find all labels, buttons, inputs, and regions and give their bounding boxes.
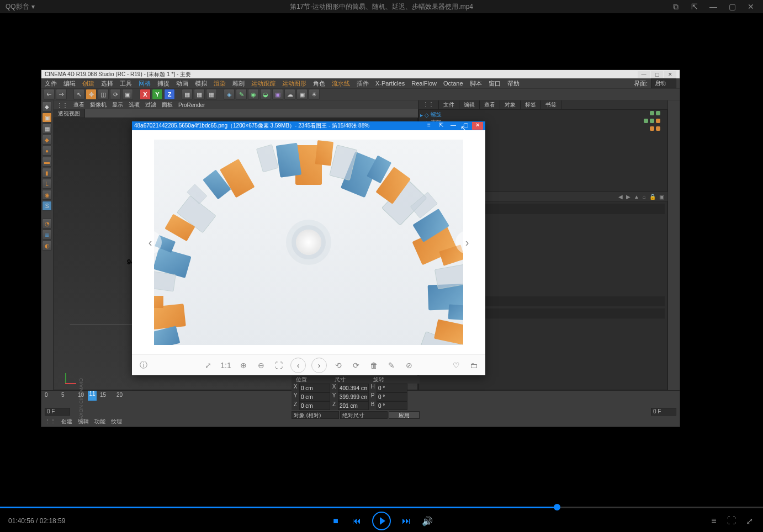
render-view-button[interactable]: ▦ bbox=[182, 89, 193, 100]
iv-min-button[interactable]: — bbox=[448, 122, 459, 130]
c4d-max-button[interactable]: ▢ bbox=[651, 71, 663, 78]
iv-nav-prev[interactable]: ‹ bbox=[290, 358, 306, 373]
layer-icon[interactable]: ≣ bbox=[42, 230, 52, 240]
frame-end[interactable]: 0 F bbox=[651, 408, 676, 416]
z-axis-button[interactable]: Z bbox=[164, 89, 175, 100]
light-button[interactable]: ☀ bbox=[309, 89, 320, 100]
render-pv-button[interactable]: ▦ bbox=[194, 89, 205, 100]
obj-view[interactable]: 查看 bbox=[480, 100, 500, 109]
aspect-button[interactable]: ⛶ bbox=[726, 516, 737, 526]
vp-filter[interactable]: 过滤 bbox=[145, 101, 156, 109]
menu-mograph[interactable]: 运动图形 bbox=[282, 79, 306, 88]
layout-dropdown[interactable]: 启动 bbox=[651, 78, 676, 88]
pen-tool[interactable]: ✎ bbox=[236, 89, 247, 100]
obj-tags[interactable]: 标签 bbox=[521, 100, 541, 109]
maximize-button[interactable]: ▢ bbox=[725, 0, 739, 13]
rotate-tool[interactable]: ⟳ bbox=[110, 89, 121, 100]
redo-button[interactable] bbox=[56, 89, 67, 100]
obj-bookmark[interactable]: 书签 bbox=[541, 100, 561, 109]
pin-button[interactable]: ⇱ bbox=[688, 0, 701, 13]
progress-track[interactable] bbox=[0, 507, 763, 508]
iv-next-image[interactable]: › bbox=[455, 231, 479, 254]
fb-create[interactable]: 创建 bbox=[61, 418, 72, 425]
env-button[interactable]: ☁ bbox=[284, 89, 295, 100]
move-tool[interactable]: ✥ bbox=[86, 89, 97, 100]
volume-button[interactable]: 🔊 bbox=[422, 516, 433, 526]
vp-options[interactable]: 选项 bbox=[129, 101, 140, 109]
playlist-button[interactable]: ≡ bbox=[708, 516, 719, 526]
vp-prorender[interactable]: ProRender bbox=[178, 102, 205, 108]
close-button[interactable]: ✕ bbox=[744, 0, 757, 13]
menu-sim[interactable]: 模拟 bbox=[195, 79, 207, 88]
attr-home-icon[interactable]: ⌂ bbox=[643, 194, 646, 200]
player-app-name[interactable]: QQ影音 bbox=[6, 2, 29, 12]
coord-mode[interactable]: 对象 (相对) bbox=[292, 411, 339, 419]
stop-button[interactable]: ■ bbox=[330, 516, 341, 526]
menu-oct[interactable]: Octane bbox=[443, 80, 463, 87]
menu-script[interactable]: 脚本 bbox=[470, 79, 482, 88]
frame-start[interactable]: 0 F bbox=[45, 408, 70, 416]
bool-button[interactable]: ◒ bbox=[260, 89, 271, 100]
player-app-chevron-icon[interactable]: ▾ bbox=[31, 3, 35, 10]
menu-render[interactable]: 渲染 bbox=[214, 79, 226, 88]
x-axis-button[interactable]: X bbox=[140, 89, 151, 100]
undo-button[interactable] bbox=[44, 89, 55, 100]
image-viewer-title[interactable]: 48a67021442285.5650a4f1bdc65.png（1200×67… bbox=[132, 121, 485, 130]
next-button[interactable]: ⏭ bbox=[401, 516, 412, 526]
make-editable-icon[interactable]: ◆ bbox=[42, 102, 52, 111]
iv-zoomin-icon[interactable]: ⊕ bbox=[237, 361, 250, 370]
latest-tool[interactable]: ▣ bbox=[122, 89, 133, 100]
iv-fav-icon[interactable]: ♡ bbox=[450, 361, 462, 370]
y-axis-button[interactable]: Y bbox=[152, 89, 163, 100]
fullscreen-button[interactable]: ⤢ bbox=[744, 516, 755, 526]
iv-11-icon[interactable]: 1:1 bbox=[220, 361, 232, 370]
vp-tab[interactable]: 透视视图 bbox=[54, 109, 85, 118]
cam-button[interactable]: ▣ bbox=[296, 89, 308, 100]
menu-mesh[interactable]: 网格 bbox=[139, 79, 151, 88]
play-button[interactable] bbox=[372, 512, 391, 530]
c4d-titlebar[interactable]: CINEMA 4D R19.068 Studio (RC - R19) - [未… bbox=[41, 70, 680, 78]
axis-icon[interactable]: L bbox=[42, 179, 52, 189]
menu-sculpt[interactable]: 雕刻 bbox=[232, 79, 245, 88]
iv-fit-icon[interactable]: ⤢ bbox=[202, 361, 214, 370]
menu-motrack[interactable]: 运动跟踪 bbox=[251, 79, 275, 88]
iv-menu-button[interactable]: ≡ bbox=[423, 122, 435, 130]
menu-tools[interactable]: 工具 bbox=[120, 79, 132, 88]
iv-full-icon[interactable]: ⛶ bbox=[273, 361, 285, 370]
menu-select[interactable]: 选择 bbox=[101, 79, 113, 88]
attr-lock-icon[interactable]: 🔒 bbox=[649, 194, 656, 200]
vp-panel[interactable]: 面板 bbox=[162, 101, 173, 109]
select-tool[interactable]: ↖ bbox=[73, 89, 84, 100]
iv-del-icon[interactable]: 🗑 bbox=[368, 361, 380, 370]
soft-icon[interactable]: ◉ bbox=[42, 190, 52, 200]
cube-primitive[interactable]: ◈ bbox=[224, 89, 235, 100]
minimize-button[interactable]: — bbox=[707, 0, 720, 13]
iv-rotl-icon[interactable]: ⟲ bbox=[332, 361, 345, 370]
workplane-icon[interactable]: ◆ bbox=[42, 135, 52, 145]
misc-icon[interactable]: ◐ bbox=[42, 241, 52, 251]
menu-plugin[interactable]: 插件 bbox=[357, 79, 369, 88]
snap-icon[interactable]: S bbox=[42, 201, 52, 211]
iv-prev-image[interactable]: ‹ bbox=[139, 231, 162, 254]
menu-create[interactable]: 创建 bbox=[82, 79, 94, 88]
tree-item-spiral[interactable]: 螺旋 bbox=[431, 111, 442, 119]
fb-func[interactable]: 功能 bbox=[94, 418, 105, 425]
vp-grip-icon[interactable]: ⋮⋮ bbox=[57, 102, 68, 108]
iv-edit-icon[interactable]: ✎ bbox=[385, 361, 398, 370]
pip-button[interactable]: ⧉ bbox=[669, 0, 682, 13]
timeline-current[interactable]: 11 bbox=[88, 391, 97, 401]
fb-tex[interactable]: 纹理 bbox=[111, 418, 122, 425]
menu-window[interactable]: 窗口 bbox=[489, 79, 501, 88]
menu-anim[interactable]: 动画 bbox=[176, 79, 188, 88]
menu-char[interactable]: 角色 bbox=[313, 79, 325, 88]
edge-mode-icon[interactable]: ▬ bbox=[42, 157, 52, 167]
viewport-solo-icon[interactable]: ◔ bbox=[42, 219, 52, 228]
attr-prev-icon[interactable]: ◀ bbox=[618, 194, 623, 200]
vp-cam[interactable]: 摄像机 bbox=[90, 101, 107, 109]
iv-close-button[interactable]: ✕ bbox=[472, 122, 483, 130]
poly-mode-icon[interactable]: ▮ bbox=[42, 168, 52, 178]
c4d-close-button[interactable]: ✕ bbox=[664, 71, 676, 78]
iv-pin-button[interactable]: ⇱ bbox=[436, 122, 447, 130]
iv-zoomout-icon[interactable]: ⊖ bbox=[255, 361, 267, 370]
menu-rf[interactable]: RealFlow bbox=[411, 80, 437, 87]
